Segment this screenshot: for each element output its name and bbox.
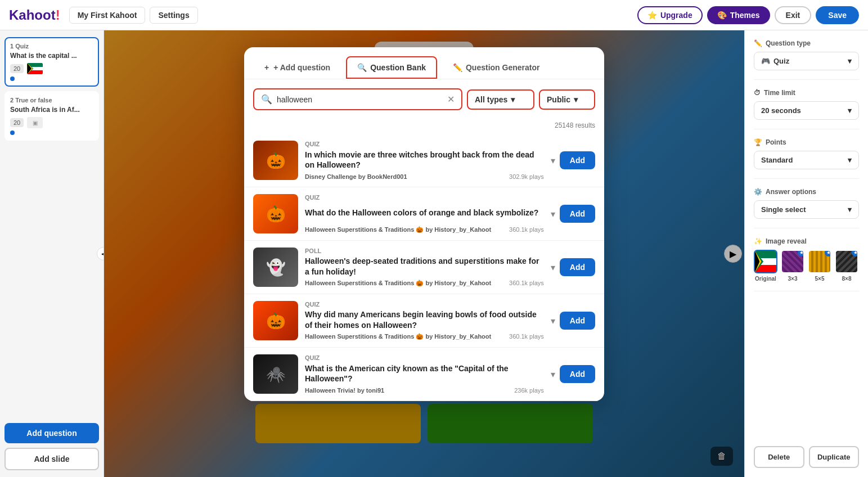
duplicate-button[interactable]: Duplicate xyxy=(809,446,860,468)
points-label: 🏆 Points xyxy=(754,138,859,146)
result-body-3: Poll Halloween's deep-seated traditions … xyxy=(305,248,544,287)
themes-icon: 🎨 xyxy=(717,11,727,20)
search-input[interactable] xyxy=(277,95,443,104)
star-icon: ⭐ xyxy=(647,11,657,20)
right-panel: ✏️ Question type 🎮 Quiz ▾ ⏱ Time limit 2… xyxy=(744,30,868,477)
reveal-label-8x8: 8×8 xyxy=(842,276,852,282)
add-result-button-4[interactable]: Add xyxy=(560,312,595,330)
left-sidebar: 1 Quiz What is the capital ... 20 2 xyxy=(0,30,104,477)
expand-icon-5[interactable]: ▾ xyxy=(551,369,555,380)
reveal-star-5x5: ★ xyxy=(825,250,831,256)
result-meta-4: Halloween Superstitions & Traditions 🎃 b… xyxy=(305,333,544,340)
result-question-1: In which movie are three witches brought… xyxy=(305,150,544,170)
collapse-sidebar-button[interactable]: ◀ xyxy=(97,247,104,260)
delete-button[interactable]: Delete xyxy=(754,446,804,468)
result-thumb-3: 👻 xyxy=(253,248,298,287)
image-reveal-grid: Original ★ 3×3 ★ 5×5 xyxy=(754,250,859,282)
options-icon: ⚙️ xyxy=(754,188,762,196)
sidebar-item-2[interactable]: 2 True or false South Africa is in Af...… xyxy=(5,91,99,141)
item-number-1: 1 Quiz xyxy=(10,43,93,50)
answer-options-section: ⚙️ Answer options Single select ▾ xyxy=(754,188,859,228)
result-item-5: 🕷️ Quiz What is the American city known … xyxy=(244,348,604,401)
search-input-wrap: 🔍 ✕ xyxy=(253,88,462,110)
time-limit-select[interactable]: 20 seconds ▾ xyxy=(754,101,859,120)
result-thumb-4: 🎃 xyxy=(253,301,298,340)
expand-icon-3[interactable]: ▾ xyxy=(551,262,555,273)
result-actions-3: ▾ Add xyxy=(551,248,595,287)
result-body-1: Quiz In which movie are three witches br… xyxy=(305,141,544,180)
expand-icon-1[interactable]: ▾ xyxy=(551,155,555,166)
result-plays-3: 360.1k plays xyxy=(509,280,544,287)
add-question-button[interactable]: Add question xyxy=(5,423,99,443)
add-slide-button[interactable]: Add slide xyxy=(5,448,99,470)
wand-icon: ✏️ xyxy=(453,63,462,72)
settings-button[interactable]: Settings xyxy=(150,7,197,24)
add-result-button-2[interactable]: Add xyxy=(560,205,595,223)
reveal-label-original: Original xyxy=(755,276,776,282)
result-actions-4: ▾ Add xyxy=(551,301,595,340)
results-list: 🎃 Quiz In which movie are three witches … xyxy=(244,134,604,401)
quiz-icon: 🎮 xyxy=(761,57,770,65)
result-collection-3: Halloween Superstitions & Traditions 🎃 b… xyxy=(305,280,491,287)
expand-icon-2[interactable]: ▾ xyxy=(551,209,555,219)
expand-icon-4[interactable]: ▾ xyxy=(551,316,555,326)
save-button[interactable]: Save xyxy=(816,6,859,24)
search-tab-icon: 🔍 xyxy=(357,63,367,72)
tab-question-bank[interactable]: 🔍 Question Bank xyxy=(346,56,437,79)
main-area: 1 Quiz What is the capital ... 20 2 xyxy=(0,30,868,477)
reveal-option-8x8[interactable]: ★ 8×8 xyxy=(835,250,858,282)
question-type-label: ✏️ Question type xyxy=(754,39,859,47)
result-body-4: Quiz Why did many Americans begin leavin… xyxy=(305,301,544,340)
question-type-select[interactable]: 🎮 Quiz ▾ xyxy=(754,52,859,70)
result-meta-5: Halloween Trivia! by toni91 236k plays xyxy=(305,387,544,394)
exit-button[interactable]: Exit xyxy=(775,6,812,24)
result-meta-2: Halloween Superstitions & Traditions 🎃 b… xyxy=(305,226,544,233)
trophy-icon: 🏆 xyxy=(754,138,762,146)
result-emoji-1: 🎃 xyxy=(253,141,298,180)
points-select[interactable]: Standard ▾ xyxy=(754,151,859,169)
reveal-star-8x8: ★ xyxy=(852,250,858,256)
result-thumb-1: 🎃 xyxy=(253,141,298,180)
reveal-option-3x3[interactable]: ★ 3×3 xyxy=(781,250,804,282)
panel-bottom-actions: Delete Duplicate xyxy=(754,446,859,468)
image-reveal-section: ✨ Image reveal Origin xyxy=(754,237,859,291)
result-plays-4: 360.1k plays xyxy=(509,333,544,340)
result-meta-3: Halloween Superstitions & Traditions 🎃 b… xyxy=(305,280,544,287)
chevron-down-icon: ▾ xyxy=(511,95,515,104)
sidebar-item-1[interactable]: 1 Quiz What is the capital ... 20 xyxy=(5,37,99,87)
result-question-4: Why did many Americans begin leaving bow… xyxy=(305,309,544,330)
result-thumb-5: 🕷️ xyxy=(253,354,298,394)
result-item-2: 🎃 Quiz What do the Halloween colors of o… xyxy=(244,187,604,241)
reveal-option-5x5[interactable]: ★ 5×5 xyxy=(808,250,831,282)
modal-tabs: + + Add question 🔍 Question Bank ✏️ Ques… xyxy=(244,47,604,79)
item-dot-2 xyxy=(10,130,15,135)
result-emoji-5: 🕷️ xyxy=(253,354,298,394)
result-collection-2: Halloween Superstitions & Traditions 🎃 b… xyxy=(305,226,491,233)
result-meta-1: Disney Challenge by BookNerd001 302.9k p… xyxy=(305,173,544,180)
reveal-option-original[interactable]: Original xyxy=(754,250,777,282)
type-filter-select[interactable]: All types ▾ xyxy=(467,89,534,110)
time-limit-section: ⏱ Time limit 20 seconds ▾ xyxy=(754,89,859,129)
result-actions-5: ▾ Add xyxy=(551,354,595,394)
item-image-placeholder-2: ▣ xyxy=(27,117,43,128)
visibility-filter-select[interactable]: Public ▾ xyxy=(539,89,595,110)
result-item-1: 🎃 Quiz In which movie are three witches … xyxy=(244,134,604,187)
tab-question-generator[interactable]: ✏️ Question Generator xyxy=(442,56,551,79)
result-emoji-4: 🎃 xyxy=(253,301,298,340)
time-limit-label: ⏱ Time limit xyxy=(754,89,859,97)
add-result-button-3[interactable]: Add xyxy=(560,258,595,276)
add-result-button-5[interactable]: Add xyxy=(560,365,595,383)
result-actions-2: ▾ Add xyxy=(551,194,595,233)
top-nav: Kahoot! My First Kahoot Settings ⭐ Upgra… xyxy=(0,0,868,30)
search-clear-button[interactable]: ✕ xyxy=(447,94,455,105)
question-bank-modal: + + Add question 🔍 Question Bank ✏️ Ques… xyxy=(244,47,604,401)
chevron-down-icon-4: ▾ xyxy=(848,106,852,115)
result-body-2: Quiz What do the Halloween colors of ora… xyxy=(305,194,544,233)
reveal-thumb-3x3: ★ xyxy=(781,250,804,273)
answer-options-select[interactable]: Single select ▾ xyxy=(754,200,859,219)
upgrade-button[interactable]: ⭐ Upgrade xyxy=(637,6,703,24)
chevron-down-icon-3: ▾ xyxy=(848,57,852,65)
tab-add-question[interactable]: + + Add question xyxy=(253,56,341,79)
add-result-button-1[interactable]: Add xyxy=(560,151,595,169)
themes-button[interactable]: 🎨 Themes xyxy=(707,6,770,24)
